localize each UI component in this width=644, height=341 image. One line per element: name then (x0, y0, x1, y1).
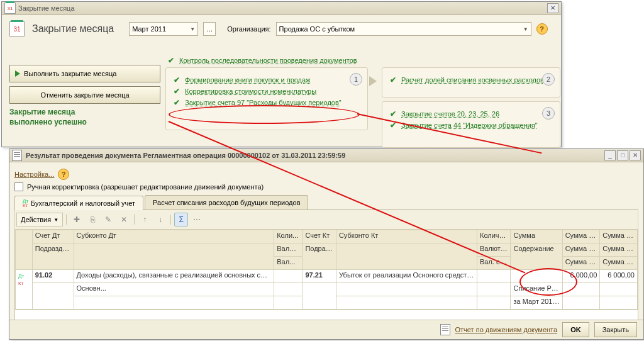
col-sum-v[interactable]: Сумма В... (600, 243, 638, 257)
stage3-link2[interactable]: Закрытие счета 44 "Издержки обращения" (401, 121, 538, 129)
help-icon[interactable]: ? (58, 169, 69, 180)
col-sum[interactable]: Сумма (511, 230, 562, 243)
tab-writeoff-calc[interactable]: Расчет списания расходов будущих периодо… (145, 195, 308, 210)
org-value: Продажа ОС с убытком (279, 25, 355, 33)
col-sum-v[interactable]: Сумма В... (600, 257, 638, 270)
sum-icon[interactable]: Σ (174, 213, 188, 226)
document-icon (440, 324, 450, 335)
col-qty-dt[interactable]: Коли... (274, 230, 303, 243)
stage-badge: 1 (350, 73, 362, 86)
check-icon: ✔ (172, 75, 181, 84)
movements-report-link[interactable]: Отчет по движениям документа (455, 326, 558, 333)
window-title: Закрытие месяца (18, 4, 75, 12)
close-icon[interactable]: ✕ (630, 150, 641, 160)
cell-sub-dt: Доходы (расходы), связанные с реализацие… (74, 270, 274, 283)
stage1-link3[interactable]: Закрытие счета 97 "Расходы будущих перио… (185, 99, 341, 106)
postings-grid[interactable]: Счет Дт Субконто Дт Коли... Счет Кт Субк… (14, 230, 638, 328)
edit-icon[interactable]: ✎ (101, 213, 115, 226)
period-value: Март 2011 (132, 25, 166, 33)
col-subconto-dt[interactable]: Субконто Дт (74, 230, 274, 243)
delete-icon[interactable]: ✕ (117, 213, 131, 226)
stage-badge: 3 (542, 107, 555, 120)
cell-content2: за Март 2011 г. (511, 296, 562, 310)
stage1-link1[interactable]: Формирование книги покупок и продаж (185, 76, 311, 84)
more-icon[interactable]: ⋯ (190, 213, 204, 226)
add-icon[interactable]: ✚ (70, 213, 84, 226)
stage3-link1[interactable]: Закрытие счетов 20, 23, 25, 26 (401, 110, 499, 118)
col-curr-dt[interactable]: Валю... (274, 243, 303, 257)
stage-badge: 2 (542, 73, 555, 86)
col-qty-kt[interactable]: Количе... (477, 230, 510, 243)
col-sum-v[interactable]: Сумма В... (562, 243, 600, 257)
organization-select[interactable]: Продажа ОС с убытком ▼ (276, 22, 531, 36)
col-account-kt[interactable]: Счет Кт (303, 230, 336, 243)
col-sum-v[interactable]: Сумма В... (562, 257, 600, 270)
manual-correction-label: Ручная корректировка (разрешает редактир… (27, 183, 264, 191)
minimize-icon[interactable]: _ (604, 150, 616, 160)
stage-3-panel: 3 ✔Закрытие счетов 20, 23, 25, 26 ✔Закры… (382, 101, 560, 148)
stage1-link2[interactable]: Корректировка стоимости номенклатуры (185, 87, 316, 95)
col-val-dt[interactable]: Вал... (274, 257, 303, 270)
close-button[interactable]: Закрыть (594, 322, 637, 337)
cell-sub-kt: Убыток от реализации Осноного средства (336, 270, 477, 283)
col-account-dt[interactable]: Счет Дт (32, 230, 74, 243)
titlebar[interactable]: 31 Закрытие месяца ✕ (2, 2, 561, 15)
col-sum-nu[interactable]: Сумма Н... (562, 230, 600, 243)
maximize-icon[interactable]: □ (617, 150, 628, 160)
cell-acc-dt: 91.02 (32, 270, 74, 283)
page-title: Закрытие месяца (32, 23, 114, 35)
help-icon[interactable]: ? (536, 23, 548, 35)
cell-content1: Списание РБП (511, 283, 562, 296)
org-label: Организация: (227, 25, 270, 33)
check-icon: ✔ (172, 87, 181, 96)
col-subdiv-dt[interactable]: Подразде... (32, 243, 74, 270)
calendar-icon: 31 (4, 3, 16, 14)
chevron-down-icon: ▼ (53, 217, 58, 223)
chevron-down-icon: ▼ (523, 26, 528, 32)
copy-icon[interactable]: ⎘ (86, 213, 99, 226)
table-row[interactable]: Основн... Списание РБП (16, 283, 638, 296)
ok-button[interactable]: OK (562, 322, 589, 337)
arrow-right-icon (369, 76, 377, 86)
month-closing-window: 31 Закрытие месяца ✕ 31 Закрытие месяца … (1, 1, 562, 147)
col-val-kt[interactable]: Вал. су... (477, 257, 510, 270)
move-down-icon[interactable]: ↓ (153, 213, 167, 226)
cancel-closing-button[interactable]: Отменить закрытие месяца (9, 86, 160, 104)
period-picker-button[interactable]: … (203, 22, 216, 36)
close-icon[interactable]: ✕ (547, 3, 558, 13)
col-content[interactable]: Содержание (511, 243, 562, 270)
period-select[interactable]: Март 2011 ▼ (129, 22, 198, 36)
tab-accounting[interactable]: ДтКт Бухгалтерский и налоговый учет (14, 196, 143, 210)
stage-1-panel: 1 ✔Формирование книги покупок и продаж ✔… (165, 67, 368, 130)
actions-menu[interactable]: Действия ▼ (16, 213, 63, 226)
cell-sum: 6 000,00 (562, 270, 600, 283)
grid-toolbar: Действия ▼ ✚ ⎘ ✎ ✕ ↑ ↓ Σ ⋯ (14, 210, 638, 230)
col-sum-p[interactable]: Сумма П... (600, 230, 638, 243)
footer: Отчет по движениям документа OK Закрыть (9, 320, 643, 339)
col-curr-kt[interactable]: Валюта... (477, 243, 510, 257)
chevron-down-icon: ▼ (190, 26, 195, 32)
stage-2-panel: 2 ✔Расчет долей списания косвенных расхо… (382, 67, 560, 98)
check-icon: ✔ (389, 121, 397, 130)
calendar-icon: 31 (9, 21, 25, 36)
control-sequence-link[interactable]: Контроль последовательности проведения д… (179, 57, 357, 64)
tabs: ДтКт Бухгалтерский и налоговый учет Расч… (14, 195, 638, 210)
col-subdiv-kt[interactable]: Подраз... (303, 243, 336, 270)
cell-sum-nu: 6 000,00 (600, 270, 638, 283)
table-row[interactable]: ДтКт 91.02 Доходы (расходы), связанные с… (16, 270, 638, 283)
document-result-window: Результат проведения документа Регламент… (9, 148, 644, 340)
titlebar[interactable]: Результат проведения документа Регламент… (9, 149, 643, 162)
stage2-link1[interactable]: Расчет долей списания косвенных расходов (401, 76, 544, 84)
move-up-icon[interactable]: ↑ (138, 213, 152, 226)
settings-link[interactable]: Настройка... (14, 170, 54, 178)
document-icon (12, 150, 22, 161)
check-icon: ✔ (389, 75, 397, 84)
check-icon: ✔ (167, 56, 175, 65)
window-title: Результат проведения документа Регламент… (26, 152, 345, 159)
execute-closing-button[interactable]: Выполнить закрытие месяца (9, 65, 160, 82)
cell-acc-kt: 97.21 (303, 270, 336, 283)
check-icon: ✔ (389, 109, 397, 118)
status-text: Закрытие месяца выполнено успешно (9, 108, 160, 127)
manual-correction-checkbox[interactable] (14, 182, 23, 191)
col-subconto-kt[interactable]: Субконто Кт (336, 230, 477, 243)
